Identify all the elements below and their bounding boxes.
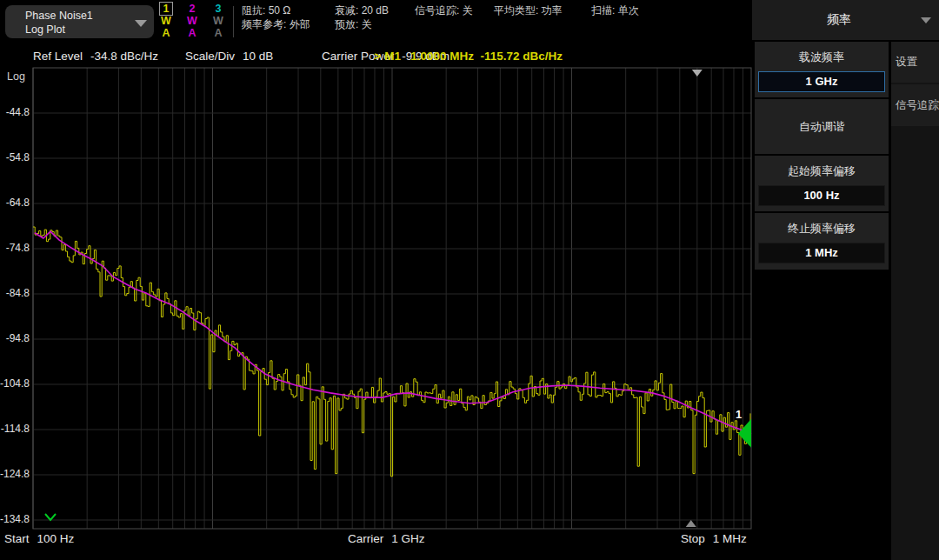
stop-offset-label: 终止频率偏移: [755, 213, 889, 237]
setting-line: 平均类型: 功率: [494, 3, 563, 17]
start-offset-value[interactable]: 100 Hz: [758, 185, 885, 206]
sidebar: 频率 载波频率1 GHz自动调谐起始频率偏移100 Hz终止频率偏移1 MHz …: [752, 0, 939, 560]
y-axis-tick: -54.8: [0, 151, 30, 163]
chart-header: Ref Level-34.8 dBc/Hz Scale/Div10 dB Car…: [0, 50, 752, 67]
setting-line: 阻抗: 50 Ω: [242, 3, 310, 17]
y-axis-tick: -44.8: [0, 106, 30, 118]
tab-signal-tracking[interactable]: 信号追踪: [891, 84, 939, 126]
x-axis-start-label: Start100 Hz: [4, 532, 74, 545]
setting-line: 信号追踪: 关: [415, 3, 473, 17]
setting-item: 信号追踪: 关: [415, 3, 473, 17]
y-axis-tick: -74.8: [0, 242, 30, 254]
ref-level-readout: Ref Level-34.8 dBc/Hz: [33, 50, 158, 63]
trace-start-indicator-icon: [45, 514, 56, 520]
stop-offset-field: 终止频率偏移1 MHz: [755, 213, 889, 270]
carrier-frequency-field: 载波频率1 GHz: [755, 42, 889, 97]
scale-div-value: 10 dB: [243, 50, 273, 63]
marker-flag-label: 1: [736, 408, 742, 421]
sidebar-tabs: 设置信号追踪: [891, 42, 939, 560]
marker-readout: > M1 1.0000 MHz -115.72 dBc/Hz: [375, 50, 563, 63]
ref-level-label: Ref Level: [33, 50, 83, 63]
phase-noise-analyzer-window: 1 Phase Noise1 Log Plot 1WA2WA3WA 阻抗: 50…: [0, 0, 939, 560]
start-offset-field: 起始频率偏移100 Hz: [755, 156, 889, 211]
y-axis-mode-label: Log: [7, 70, 25, 83]
setting-line: 扫描: 单次: [591, 3, 639, 17]
y-axis-tick: -124.8: [0, 468, 30, 480]
setting-line: 频率参考: 外部: [242, 17, 310, 31]
sidebar-title: 频率: [752, 12, 926, 28]
range-indicator-bottom-icon: [686, 520, 696, 527]
stop-offset-value[interactable]: 1 MHz: [758, 243, 885, 263]
scale-div-readout: Scale/Div10 dB: [185, 50, 273, 63]
auto-tune-button[interactable]: 自动调谐: [755, 99, 889, 154]
chevron-down-icon: [921, 17, 931, 23]
setting-item: 衰减: 20 dB预放: 关: [335, 3, 389, 31]
tab-settings[interactable]: 设置: [891, 42, 939, 83]
x-axis-carrier-label: Carrier1 GHz: [348, 532, 425, 545]
scale-div-label: Scale/Div: [185, 50, 235, 63]
ref-level-value: -34.8 dBc/Hz: [90, 50, 158, 63]
topbar-divider: [233, 6, 234, 37]
sidebar-controls: 载波频率1 GHz自动调谐起始频率偏移100 Hz终止频率偏移1 MHz: [755, 42, 889, 271]
carrier-frequency-label: 载波频率: [755, 42, 889, 65]
setting-item: 扫描: 单次: [591, 3, 639, 17]
setting-line: 衰减: 20 dB: [335, 3, 389, 17]
setting-item: 阻抗: 50 Ω频率参考: 外部: [242, 3, 310, 31]
topbar-settings: 阻抗: 50 Ω频率参考: 外部衰减: 20 dB预放: 关信号追踪: 关平均类…: [0, 0, 752, 43]
x-axis-stop-label: Stop1 MHz: [681, 532, 747, 545]
sidebar-menu-header[interactable]: 频率: [752, 0, 939, 40]
y-axis-tick: -134.8: [0, 513, 30, 525]
carrier-frequency-value[interactable]: 1 GHz: [758, 71, 885, 92]
setting-line: 预放: 关: [335, 17, 389, 31]
setting-item: 平均类型: 功率: [494, 3, 563, 17]
y-axis-tick: -94.8: [0, 332, 30, 344]
start-offset-label: 起始频率偏移: [755, 156, 889, 179]
y-axis-tick: -64.8: [0, 197, 30, 209]
range-indicator-top-icon: [692, 70, 703, 77]
y-axis-tick: -114.8: [0, 423, 30, 435]
y-axis-tick: -104.8: [0, 377, 30, 390]
y-axis-tick: -84.8: [0, 287, 30, 299]
